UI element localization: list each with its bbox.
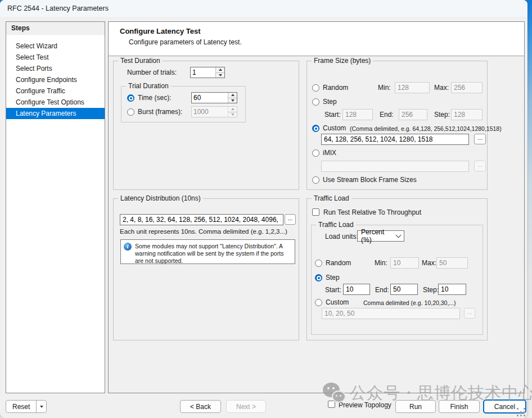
latency-warning-text: Some modules may not support "Latency Di… [135,243,292,265]
page-title: Configure Latency Test [120,27,201,35]
frame-min-input [395,82,430,93]
test-duration-group: Test Duration Number of trials: Trial Du… [113,61,299,190]
spin-up-icon[interactable] [228,93,237,98]
spinner-arrows [215,67,224,78]
time-input[interactable] [192,93,228,103]
back-button[interactable]: < Back [180,400,221,413]
next-button[interactable]: Next > [226,400,266,413]
steps-list: Select WizardSelect TestSelect PortsConf… [6,40,105,119]
dialog-window: RFC 2544 - Latency Parameters Steps Sele… [0,0,528,418]
load-stepsize-input[interactable] [438,284,466,295]
preview-topology-checkbox[interactable] [328,401,335,408]
sidebar-item-latency-parameters[interactable]: Latency Parameters [6,108,105,119]
frame-custom-label[interactable]: Custom [323,124,346,132]
latency-warning-box: i Some modules may not support "Latency … [120,239,295,264]
load-random-radio[interactable] [315,260,322,267]
burst-radio-label[interactable]: Burst (frames): [138,108,182,116]
frame-imix-browse-button: ... [474,161,486,171]
relative-throughput-label[interactable]: Run Test Relative To Throughput [323,208,421,216]
frame-custom-hint: (Comma delimited, e.g. 64,128, 256,512,1… [350,125,502,132]
number-of-trials-spinner[interactable] [190,67,225,78]
frame-random-radio[interactable] [312,84,319,92]
frame-custom-browse-button[interactable]: ... [474,134,486,144]
content-header: Configure Latency Test Configure paramet… [109,22,524,56]
frame-max-label: Max: [434,84,449,92]
frame-min-label: Min: [378,84,391,92]
traffic-load-group: Traffic Load Run Test Relative To Throug… [306,198,488,340]
frame-stepsize-input [451,109,483,120]
spin-up-icon[interactable] [216,67,224,72]
traffic-load-inner-group-label: Traffic Load [316,221,356,229]
load-start-label: Start: [325,286,341,294]
frame-streamblock-radio[interactable] [312,176,319,184]
frame-step-radio[interactable] [312,98,319,106]
load-custom-browse-button: ... [464,308,475,319]
steps-panel: Steps Select WizardSelect TestSelect Por… [6,21,105,393]
frame-start-label: Start: [324,111,341,119]
sidebar-item-configure-endpoints[interactable]: Configure Endpoints [6,74,105,85]
preview-topology-label[interactable]: Preview Topology [339,401,391,409]
spinner-arrows [228,93,237,103]
frame-custom-input[interactable] [321,134,469,145]
load-custom-hint: Comma delimited (e.g. 10,20,30,...) [363,299,456,306]
load-custom-radio[interactable] [315,299,322,306]
reset-split-button: Reset [6,400,47,413]
page-subtitle: Configure parameters of Latency test. [129,38,242,46]
trial-duration-group-label: Trial Duration [126,82,171,90]
time-radio[interactable] [127,94,134,102]
time-spinner[interactable] [191,92,237,103]
frame-start-input [342,109,373,120]
load-units-label: Load units: [325,233,358,240]
frame-imix-label[interactable]: iMIX [323,149,336,157]
frame-streamblock-label[interactable]: Use Stream Block Frame Sizes [323,176,417,184]
resize-grip[interactable] [517,408,519,410]
traffic-load-inner-group: Traffic Load Load units: Percent (%) Ran… [311,225,483,335]
frame-size-group: Frame Size (bytes) Random Min: Max: Step… [306,61,488,190]
sidebar-item-configure-test-options[interactable]: Configure Test Options [6,97,105,108]
load-custom-input [322,308,460,319]
load-step-label[interactable]: Step [326,274,340,281]
spin-down-icon[interactable] [216,72,224,78]
load-stepsize-label: Step: [423,286,439,294]
sidebar-item-select-ports[interactable]: Select Ports [6,63,105,74]
sidebar-item-configure-traffic[interactable]: Configure Traffic [6,85,105,97]
spinner-arrows [228,107,237,117]
burst-spinner [191,106,237,117]
sidebar-item-select-test[interactable]: Select Test [6,52,105,63]
load-start-input[interactable] [343,284,370,295]
frame-custom-radio[interactable] [312,125,319,132]
load-units-select[interactable]: Percent (%) [357,230,404,242]
load-max-label: Max: [422,259,436,267]
load-random-label[interactable]: Random [326,259,351,267]
load-units-value: Percent (%) [361,228,396,244]
load-step-radio[interactable] [315,274,322,281]
load-min-input [390,257,419,269]
traffic-load-group-label: Traffic Load [312,194,351,202]
load-end-input[interactable] [390,284,418,295]
load-end-label: End: [375,286,389,294]
cancel-button[interactable]: Cancel [483,399,526,414]
run-button[interactable]: Run [395,400,436,413]
latency-distribution-browse-button[interactable]: ... [285,214,296,225]
reset-dropdown-button[interactable] [36,401,46,412]
frame-step-label[interactable]: Step [323,98,337,106]
frame-end-label: End: [380,111,394,119]
window-title: RFC 2544 - Latency Parameters [7,4,109,12]
reset-button[interactable]: Reset [6,401,36,412]
test-duration-group-label: Test Duration [118,57,163,65]
load-max-input [436,257,468,269]
frame-random-label[interactable]: Random [323,84,348,92]
sidebar-item-select-wizard[interactable]: Select Wizard [6,40,105,52]
frame-imix-radio[interactable] [312,149,319,157]
load-custom-label[interactable]: Custom [326,298,349,306]
relative-throughput-checkbox[interactable] [312,208,319,216]
title-bar[interactable]: RFC 2544 - Latency Parameters [0,0,528,17]
latency-distribution-input[interactable] [120,214,283,225]
number-of-trials-input[interactable] [191,67,215,78]
spin-down-icon[interactable] [228,98,237,103]
time-radio-label[interactable]: Time (sec): [138,94,172,102]
trial-duration-group: Trial Duration Time (sec): Burst (frames… [121,86,246,122]
finish-button[interactable]: Finish [439,400,480,413]
frame-imix-input [321,161,469,172]
burst-radio[interactable] [127,108,134,116]
